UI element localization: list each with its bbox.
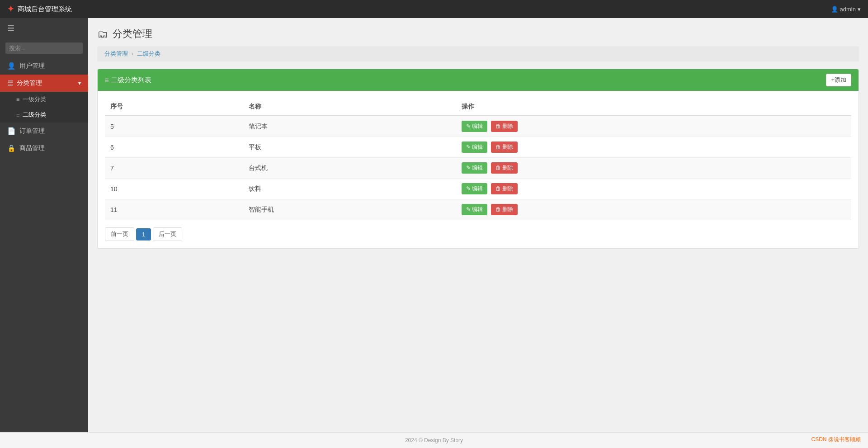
user-icon: 👤 [7, 62, 16, 70]
top-nav-left: ✦ 商城后台管理系统 [7, 4, 72, 14]
sidebar-label-order-management: 订单管理 [19, 127, 45, 135]
cell-name: 饮料 [243, 179, 456, 199]
cell-id: 10 [105, 179, 243, 199]
cell-id: 5 [105, 116, 243, 137]
cell-id: 6 [105, 137, 243, 158]
col-header-name: 名称 [243, 98, 456, 116]
add-button[interactable]: +添加 [826, 74, 851, 86]
sidebar-item-second-level[interactable]: ≡ 二级分类 [0, 107, 88, 123]
cell-name: 台式机 [243, 158, 456, 179]
page-header-icon: 🗂 [97, 28, 108, 40]
card-header: ≡ 二级分类列表 +添加 [98, 69, 859, 91]
sub-label-first-level: 一级分类 [23, 95, 46, 104]
sidebar-item-first-level[interactable]: ≡ 一级分类 [0, 92, 88, 107]
layout: ☰ 👤 用户管理 ☰ 分类管理 ▾ ≡ 一级分类 ≡ 二级分类 � [0, 18, 868, 432]
cell-name: 平板 [243, 137, 456, 158]
cell-actions: ✎ 编辑 🗑 删除 [456, 158, 851, 179]
admin-menu[interactable]: 👤 admin ▾ [831, 6, 861, 13]
edit-button[interactable]: ✎ 编辑 [462, 183, 487, 194]
breadcrumb: 分类管理 › 二级分类 [97, 46, 859, 61]
sidebar-toggle-button[interactable]: ☰ [0, 18, 88, 39]
footer: 2024 © Design By Story [0, 432, 868, 448]
next-page-button[interactable]: 后一页 [153, 227, 182, 241]
footer-csdn: CSDN @说书客顾顾 [811, 436, 861, 443]
sidebar-item-user-management[interactable]: 👤 用户管理 [0, 57, 88, 75]
table-row: 10 饮料 ✎ 编辑 🗑 删除 [105, 179, 851, 199]
pagination: 前一页 1 后一页 [105, 227, 851, 241]
col-header-id: 序号 [105, 98, 243, 116]
table-row: 11 智能手机 ✎ 编辑 🗑 删除 [105, 199, 851, 220]
table-body: 5 笔记本 ✎ 编辑 🗑 删除 6 平板 ✎ 编辑 🗑 删除 7 台式机 ✎ 编… [105, 116, 851, 220]
delete-button[interactable]: 🗑 删除 [491, 183, 518, 194]
card-title-text: ≡ 二级分类列表 [105, 76, 151, 85]
category-icon: ☰ [7, 79, 13, 87]
admin-label: admin [840, 6, 856, 13]
list-icon-2: ≡ [16, 112, 20, 118]
cell-name: 笔记本 [243, 116, 456, 137]
prev-page-button[interactable]: 前一页 [105, 227, 134, 241]
edit-button[interactable]: ✎ 编辑 [462, 204, 487, 215]
sidebar-search-container [0, 39, 88, 57]
admin-icon: 👤 [831, 6, 838, 13]
chevron-down-icon: ▾ [78, 80, 81, 86]
order-icon: 📄 [7, 127, 16, 135]
sidebar-item-product-management[interactable]: 🔒 商品管理 [0, 140, 88, 157]
product-icon: 🔒 [7, 144, 16, 152]
main-content: 🗂 分类管理 分类管理 › 二级分类 ≡ 二级分类列表 +添加 序号 [88, 18, 868, 432]
chevron-down-icon: ▾ [858, 6, 861, 13]
cell-id: 7 [105, 158, 243, 179]
edit-button[interactable]: ✎ 编辑 [462, 162, 487, 174]
logo-icon: ✦ [7, 4, 14, 14]
delete-button[interactable]: 🗑 删除 [491, 121, 518, 132]
list-icon: ≡ [16, 96, 20, 103]
category-submenu: ≡ 一级分类 ≡ 二级分类 [0, 92, 88, 123]
table-row: 5 笔记本 ✎ 编辑 🗑 删除 [105, 116, 851, 137]
search-input[interactable] [5, 42, 83, 54]
sidebar: ☰ 👤 用户管理 ☰ 分类管理 ▾ ≡ 一级分类 ≡ 二级分类 � [0, 18, 88, 432]
footer-copyright: 2024 © Design By Story [405, 437, 463, 443]
sidebar-label-category-management: 分类管理 [17, 79, 42, 87]
sidebar-label-user-management: 用户管理 [19, 62, 45, 70]
page-1-button[interactable]: 1 [136, 228, 151, 241]
table-row: 6 平板 ✎ 编辑 🗑 删除 [105, 137, 851, 158]
cell-name: 智能手机 [243, 199, 456, 220]
edit-button[interactable]: ✎ 编辑 [462, 121, 487, 132]
card-body: 序号 名称 操作 5 笔记本 ✎ 编辑 🗑 删除 6 平板 ✎ 编辑 🗑 删除 [98, 91, 859, 248]
sidebar-item-category-management[interactable]: ☰ 分类管理 ▾ [0, 75, 88, 92]
cell-actions: ✎ 编辑 🗑 删除 [456, 137, 851, 158]
category-list-card: ≡ 二级分类列表 +添加 序号 名称 操作 5 笔记本 [97, 69, 859, 249]
cell-actions: ✎ 编辑 🗑 删除 [456, 199, 851, 220]
col-header-action: 操作 [456, 98, 851, 116]
delete-button[interactable]: 🗑 删除 [491, 141, 518, 153]
breadcrumb-link-category[interactable]: 分类管理 [104, 50, 128, 57]
sidebar-item-order-management[interactable]: 📄 订单管理 [0, 123, 88, 140]
card-header-title: ≡ 二级分类列表 [105, 76, 151, 85]
delete-button[interactable]: 🗑 删除 [491, 204, 518, 215]
cell-id: 11 [105, 199, 243, 220]
page-header: 🗂 分类管理 [97, 27, 859, 41]
sidebar-label-product-management: 商品管理 [19, 144, 45, 152]
top-navbar: ✦ 商城后台管理系统 👤 admin ▾ [0, 0, 868, 18]
category-table: 序号 名称 操作 5 笔记本 ✎ 编辑 🗑 删除 6 平板 ✎ 编辑 🗑 删除 [105, 98, 851, 220]
edit-button[interactable]: ✎ 编辑 [462, 141, 487, 153]
site-title: 商城后台管理系统 [18, 5, 72, 14]
delete-button[interactable]: 🗑 删除 [491, 162, 518, 174]
table-row: 7 台式机 ✎ 编辑 🗑 删除 [105, 158, 851, 179]
table-header-row: 序号 名称 操作 [105, 98, 851, 116]
sub-label-second-level: 二级分类 [23, 111, 46, 119]
breadcrumb-separator: › [132, 50, 135, 57]
breadcrumb-link-second-level[interactable]: 二级分类 [137, 50, 160, 57]
cell-actions: ✎ 编辑 🗑 删除 [456, 179, 851, 199]
page-title: 分类管理 [113, 27, 152, 41]
cell-actions: ✎ 编辑 🗑 删除 [456, 116, 851, 137]
